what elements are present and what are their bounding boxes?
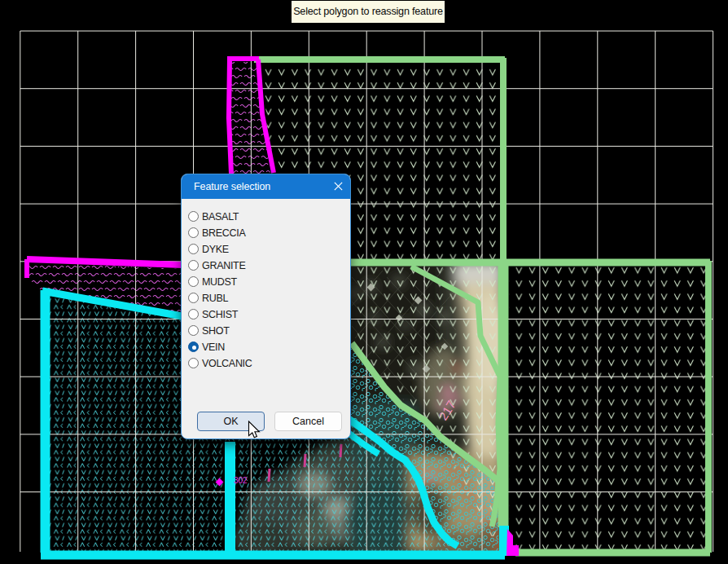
svg-text:302: 302 — [234, 476, 248, 485]
